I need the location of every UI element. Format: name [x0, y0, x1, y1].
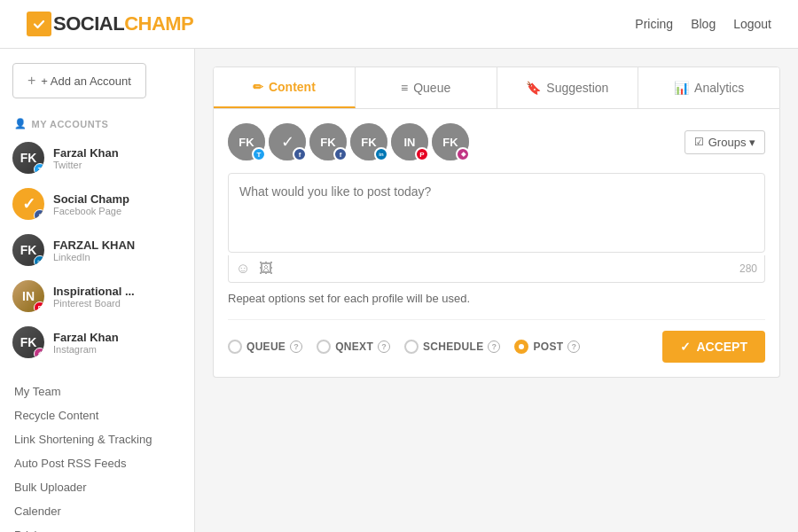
linkedin-net-badge: in — [374, 147, 388, 161]
settings-icon-2[interactable]: ○ — [145, 196, 160, 212]
facebook-badge: f — [34, 209, 44, 220]
qnext-label: QNEXT — [335, 340, 373, 353]
tab-queue[interactable]: ≡ Queue — [356, 67, 497, 108]
account-name-5: Farzal Khan — [53, 331, 145, 344]
accept-button[interactable]: ✓ ACCEPT — [662, 331, 765, 363]
account-item-linkedin[interactable]: FK in FARZAL KHAN LinkedIn ○ × — [0, 227, 194, 273]
post-panel: FK T ✓ f FK f FK — [213, 109, 780, 378]
add-account-button[interactable]: + + Add an Account — [12, 63, 146, 98]
account-info-5: Farzal Khan Instagram — [53, 331, 145, 355]
checkbox-icon: ☑ — [694, 136, 704, 148]
account-item-instagram[interactable]: FK ◆ Farzal Khan Instagram ○ × — [0, 319, 194, 365]
profile-icon-instagram[interactable]: FK ◆ — [432, 123, 469, 160]
accept-check-icon: ✓ — [680, 340, 691, 354]
avatar-facebook: ✓ f — [12, 188, 44, 220]
pencil-icon: ✏ — [253, 80, 263, 94]
delete-icon-2[interactable]: × — [166, 196, 182, 212]
logo-social: SOCIAL — [53, 12, 124, 35]
sidebar: + + Add an Account 👤 MY ACCOUNTS FK T Fa… — [0, 49, 195, 532]
profile-icons: FK T ✓ f FK f FK — [228, 123, 469, 160]
schedule-help-icon[interactable]: ? — [488, 340, 500, 353]
account-info-4: Inspirational ... Pinterest Board — [53, 285, 145, 309]
tab-content[interactable]: ✏ Content — [214, 67, 356, 108]
textarea-icons: ☺ 🖼 — [236, 261, 273, 277]
sidebar-links: My Team Recycle Content Link Shortening … — [0, 379, 194, 532]
option-qnext[interactable]: QNEXT ? — [317, 340, 390, 354]
settings-icon-4[interactable]: ○ — [145, 288, 160, 304]
profile-icon-linkedin[interactable]: FK in — [350, 123, 387, 160]
radio-post[interactable] — [514, 340, 528, 354]
account-item-pinterest[interactable]: IN P Inspirational ... Pinterest Board ○… — [0, 273, 194, 319]
sidebar-link-bulk[interactable]: Bulk Uploader — [14, 475, 180, 499]
sidebar-link-rss[interactable]: Auto Post RSS Feeds — [14, 451, 180, 475]
post-options: QUEUE ? QNEXT ? SCHEDULE ? POST ? — [228, 319, 765, 363]
facebook-net-badge-2: f — [333, 147, 348, 161]
account-info-2: Social Champ Facebook Page — [53, 192, 145, 216]
delete-icon-4[interactable]: × — [166, 288, 182, 304]
option-queue[interactable]: QUEUE ? — [228, 340, 302, 354]
delete-icon-3[interactable]: × — [166, 242, 182, 258]
queue-help-icon[interactable]: ? — [290, 340, 302, 353]
sidebar-link-shortening[interactable]: Link Shortening & Tracking — [14, 427, 180, 451]
content-area: ✏ Content ≡ Queue 🔖 Suggestion 📊 Analyti… — [195, 49, 798, 532]
add-account-label: + Add an Account — [41, 74, 131, 88]
account-type-1: Twitter — [53, 160, 145, 170]
tab-analytics[interactable]: 📊 Analytics — [638, 67, 779, 108]
accept-label: ACCEPT — [696, 340, 747, 354]
radio-qnext[interactable] — [317, 340, 331, 354]
bookmark-icon: 🔖 — [526, 81, 541, 95]
image-icon[interactable]: 🖼 — [259, 261, 273, 277]
char-count: 280 — [739, 262, 757, 275]
account-type-4: Pinterest Board — [53, 298, 145, 309]
logo: SOCIALCHAMP — [27, 12, 193, 36]
tab-content-label: Content — [269, 80, 316, 94]
account-info-1: Farzal Khan Twitter — [53, 146, 145, 170]
settings-icon-1[interactable]: ○ — [145, 150, 160, 166]
twitter-net-badge: T — [252, 147, 266, 161]
delete-icon-5[interactable]: × — [166, 334, 182, 350]
top-nav-links: Pricing Blog Logout — [635, 17, 771, 31]
groups-button[interactable]: ☑ Groups ▾ — [685, 130, 765, 154]
person-icon: 👤 — [14, 118, 27, 129]
profile-icon-facebook[interactable]: FK f — [309, 123, 347, 160]
account-item-facebook[interactable]: ✓ f Social Champ Facebook Page ○ × — [0, 181, 194, 227]
logo-champ: CHAMP — [124, 12, 193, 35]
tab-queue-label: Queue — [413, 81, 450, 95]
settings-icon-5[interactable]: ○ — [145, 334, 160, 350]
profile-icon-pinterest[interactable]: IN P — [391, 123, 428, 160]
avatar-instagram: FK ◆ — [12, 326, 44, 358]
facebook-net-badge: f — [293, 147, 307, 161]
post-help-icon[interactable]: ? — [567, 340, 580, 353]
profile-icon-twitter[interactable]: FK T — [228, 123, 265, 160]
chart-icon: 📊 — [674, 81, 689, 95]
sidebar-link-my-team[interactable]: My Team — [14, 379, 180, 403]
avatar-linkedin: FK in — [12, 234, 44, 266]
radio-queue[interactable] — [228, 340, 242, 354]
tab-suggestion[interactable]: 🔖 Suggestion — [497, 67, 639, 108]
sidebar-link-calendar[interactable]: Calender — [14, 499, 180, 523]
option-schedule[interactable]: SCHEDULE ? — [404, 340, 500, 354]
emoji-icon[interactable]: ☺ — [236, 261, 250, 277]
account-item-twitter[interactable]: FK T Farzal Khan Twitter ○ × — [0, 135, 194, 181]
option-post[interactable]: POST ? — [514, 340, 580, 354]
main-layout: + + Add an Account 👤 MY ACCOUNTS FK T Fa… — [0, 49, 798, 532]
radio-schedule[interactable] — [404, 340, 419, 354]
account-name-3: FARZAL KHAN — [53, 239, 145, 252]
qnext-help-icon[interactable]: ? — [378, 340, 390, 353]
sidebar-link-pricing[interactable]: Pricing — [14, 523, 180, 532]
sidebar-link-recycle[interactable]: Recycle Content — [14, 403, 180, 427]
tab-analytics-label: Analytics — [694, 81, 744, 95]
list-icon: ≡ — [401, 81, 408, 95]
avatar-pinterest: IN P — [12, 280, 44, 312]
instagram-net-badge: ◆ — [456, 147, 470, 161]
instagram-badge: ◆ — [34, 348, 44, 358]
nav-logout[interactable]: Logout — [733, 17, 771, 31]
pinterest-net-badge: P — [415, 147, 429, 161]
nav-pricing[interactable]: Pricing — [635, 17, 673, 31]
delete-icon-1[interactable]: × — [166, 150, 182, 166]
post-textarea[interactable] — [228, 173, 765, 253]
nav-blog[interactable]: Blog — [691, 17, 716, 31]
settings-icon-3[interactable]: ○ — [145, 242, 160, 258]
profile-icon-fb-check[interactable]: ✓ f — [269, 123, 306, 160]
account-info-3: FARZAL KHAN LinkedIn — [53, 239, 145, 262]
